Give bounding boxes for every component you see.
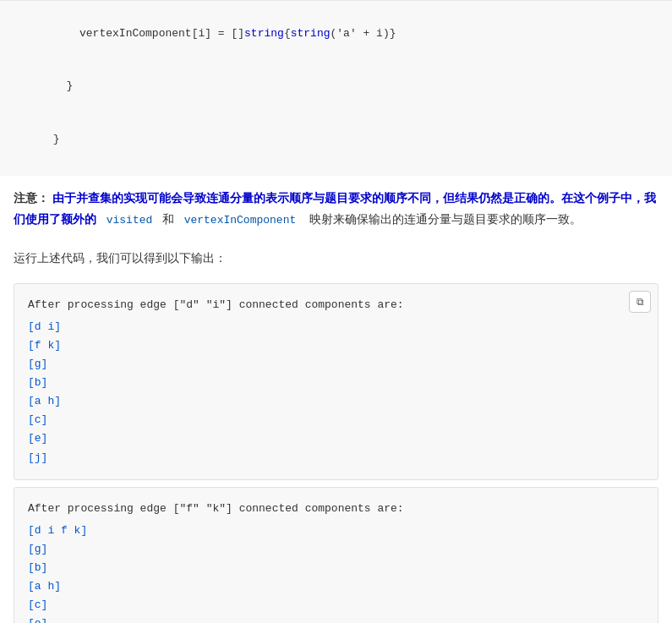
output-item-2-2: [g] (28, 540, 644, 559)
output-item-1-1: [d i] (28, 318, 644, 336)
run-description: 运行上述代码，我们可以得到以下输出： (0, 240, 672, 276)
code-line-2: } (14, 60, 658, 112)
copy-button-1[interactable]: ⧉ (629, 291, 651, 313)
output-block-1: ⧉ After processing edge ["d" "i"] connec… (14, 283, 658, 480)
output-item-2-5: [c] (28, 596, 644, 615)
code-line-1: vertexInComponent[i] = []string{string('… (14, 8, 658, 60)
run-desc-text: 运行上述代码，我们可以得到以下输出： (14, 251, 227, 265)
note-label: 注意： (14, 191, 49, 205)
output-item-1-6: [c] (28, 411, 644, 429)
copy-icon-1: ⧉ (636, 296, 644, 308)
output-item-1-5: [a h] (28, 392, 644, 411)
note-code1: visited (107, 214, 153, 227)
note-rest: 映射来确保输出的连通分量与题目要求的顺序一致。 (309, 212, 582, 226)
output-header-1: After processing edge ["d" "i"] connecte… (28, 296, 644, 314)
page-container: vertexInComponent[i] = []string{string('… (0, 0, 672, 623)
output-item-1-8: [j] (28, 449, 644, 467)
output-item-1-3: [g] (28, 355, 644, 374)
output-item-2-6: [e] (28, 615, 644, 623)
output-item-2-3: [b] (28, 559, 644, 577)
output-header-2: After processing edge ["f" "k"] connecte… (28, 500, 644, 518)
note-code2: vertexInComponent (184, 214, 297, 227)
code-line-3: } (14, 113, 658, 166)
output-block-2: After processing edge ["f" "k"] connecte… (14, 487, 658, 623)
output-item-1-4: [b] (28, 374, 644, 392)
output-item-1-2: [f k] (28, 336, 644, 355)
output-item-1-7: [e] (28, 429, 644, 448)
output-item-2-1: [d i f k] (28, 522, 644, 540)
top-code-block: vertexInComponent[i] = []string{string('… (0, 0, 672, 176)
output-item-2-4: [a h] (28, 577, 644, 596)
note-section: 注意： 由于并查集的实现可能会导致连通分量的表示顺序与题目要求的顺序不同，但结果… (0, 176, 672, 240)
